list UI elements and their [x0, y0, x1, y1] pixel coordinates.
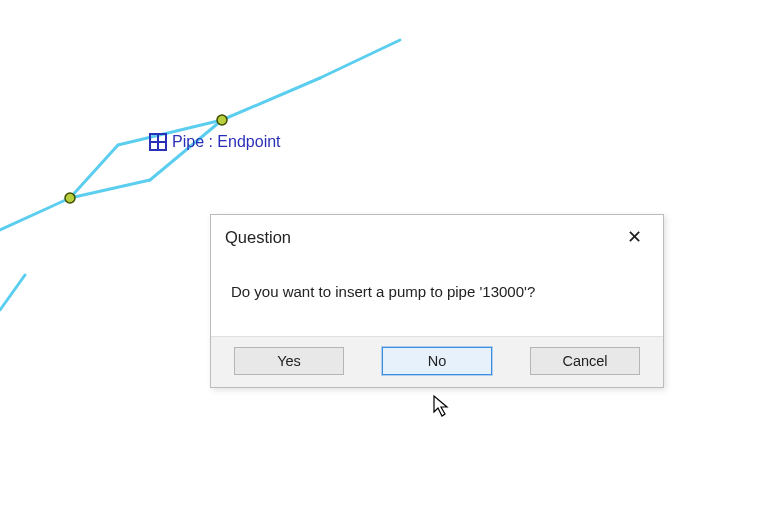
dialog-message: Do you want to insert a pump to pipe '13… — [211, 257, 663, 336]
dialog-button-row: Yes No Cancel — [211, 336, 663, 387]
svg-line-6 — [320, 40, 400, 78]
yes-button[interactable]: Yes — [234, 347, 344, 375]
svg-line-7 — [0, 275, 25, 310]
dialog-title: Question — [225, 228, 291, 247]
no-button[interactable]: No — [382, 347, 492, 375]
close-button[interactable]: ✕ — [619, 225, 649, 249]
dialog-titlebar[interactable]: Question ✕ — [211, 215, 663, 257]
cancel-button[interactable]: Cancel — [530, 347, 640, 375]
snap-endpoint-icon — [148, 132, 168, 152]
svg-line-5 — [222, 78, 320, 120]
svg-point-8 — [65, 193, 75, 203]
snap-tooltip-label: Pipe : Endpoint — [172, 133, 281, 151]
svg-point-9 — [217, 115, 227, 125]
close-icon: ✕ — [627, 226, 642, 248]
snap-tooltip: Pipe : Endpoint — [148, 132, 281, 152]
question-dialog: Question ✕ Do you want to insert a pump … — [210, 214, 664, 388]
svg-line-0 — [0, 198, 70, 230]
